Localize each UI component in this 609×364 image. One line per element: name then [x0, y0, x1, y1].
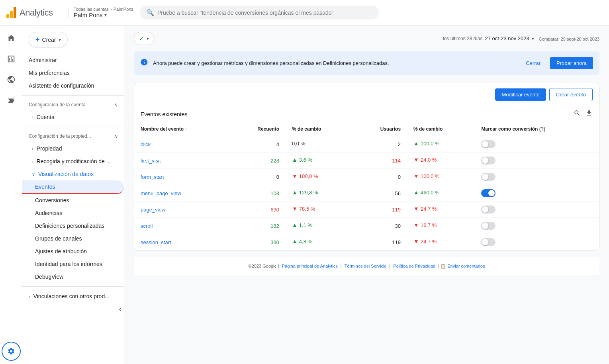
sidebar-sub-item-audiencias[interactable]: Audiencias [22, 207, 124, 219]
sidebar-sub-item-eventos[interactable]: Eventos [22, 180, 124, 194]
close-link[interactable]: Cerrar [526, 60, 540, 66]
filter-chip[interactable]: ✓ ▾ [134, 32, 154, 45]
sidebar-sub-label: DebugView [35, 274, 63, 280]
account-info[interactable]: Todas las cuentas › PalmPons Palm Pons ▾ [69, 7, 133, 18]
event-name-cell[interactable]: menu_page_view [134, 185, 230, 202]
pct-cambio-cell: ▼100,0 % [286, 169, 353, 183]
sort-icon: ↑ [185, 127, 187, 131]
breadcrumb: Todas las cuentas › PalmPons [74, 7, 133, 12]
conversion-toggle[interactable] [481, 173, 495, 181]
sidebar-section-property[interactable]: Configuración de la propied... ∧ [22, 130, 124, 142]
sidebar-sub-label: Audiencias [35, 210, 63, 216]
sidebar-sub-item-conversiones[interactable]: Conversiones [22, 194, 124, 207]
event-name-cell[interactable]: session_start [134, 234, 230, 250]
sidebar-section-account[interactable]: Configuración de la cuenta ∧ [22, 99, 124, 111]
u-pct-cambio-cell: ▲100,0 % [407, 136, 475, 151]
period-label: los últimos 28 días [443, 36, 482, 41]
date-range: 27 oct-23 nov 2023 [485, 35, 529, 41]
chevron-up-icon: ∧ [114, 133, 117, 139]
create-button[interactable]: + Crear ▾ [29, 32, 68, 47]
sidebar-sub-item-definiciones[interactable]: Definiciones personalizadas [22, 219, 124, 232]
sidebar-item-administrar[interactable]: Administrar [22, 54, 124, 67]
sidebar-item-label: Cuenta [37, 114, 55, 120]
pct-cambio-cell: 0,0 % [286, 137, 353, 151]
conversion-toggle-cell [475, 153, 599, 169]
sidebar-sub-item-grupos[interactable]: Grupos de canales [22, 232, 124, 245]
events-card-header: Modificar evento Crear evento [134, 83, 599, 106]
compare-label: Comparar: 29 sept-26 oct 2023 [539, 37, 599, 41]
sidebar-sub-item-ajustes[interactable]: Ajustes de atribución [22, 245, 124, 258]
sidebar-item-mis-preferencias[interactable]: Mis preferencias [22, 67, 124, 79]
conversion-toggle[interactable] [481, 189, 495, 197]
help-icon: (?) [539, 126, 545, 132]
table-row: session_start330▲4,8 %119▼24,7 % [134, 234, 599, 250]
sidebar-item-recogida[interactable]: › Recogida y modificación de ... [22, 155, 124, 168]
sidebar-sub-label: Eventos [35, 184, 55, 190]
event-name-cell[interactable]: form_start [134, 169, 230, 185]
sidebar-item-label: Vinculaciones con otros prod... [33, 293, 110, 299]
sidebar-item-visualizacion[interactable]: ∨ Visualización de datos [22, 168, 124, 180]
search-bar[interactable]: 🔍 [140, 6, 379, 20]
copyright: ©2023 Google [249, 264, 277, 268]
nav-reports[interactable] [2, 49, 21, 68]
date-info: los últimos 28 días 27 oct-23 nov 2023 ▾… [443, 35, 599, 41]
conversion-toggle-cell [475, 202, 599, 218]
footer-link-feedback[interactable]: 📋 Enviar comentarios [441, 264, 485, 268]
footer-link-terms[interactable]: Términos del Servicio [345, 264, 387, 268]
account-name[interactable]: Palm Pons ▾ [74, 12, 133, 18]
create-event-button[interactable]: Crear evento [549, 88, 593, 101]
recuento-cell: 228 [230, 153, 286, 169]
collapse-sidebar-button[interactable] [22, 303, 124, 316]
conversion-toggle[interactable] [481, 238, 495, 246]
col-event-name[interactable]: Nombre del evento ↑ [134, 122, 230, 136]
modify-event-button[interactable]: Modificar evento [495, 88, 546, 101]
event-name-cell[interactable]: scroll [134, 218, 230, 234]
arrow-icon: › [29, 294, 30, 299]
col-usuarios[interactable]: Usuarios [353, 122, 407, 136]
events-table: Nombre del evento ↑ Recuento % de cambio… [134, 122, 599, 250]
footer-link-privacy[interactable]: Política de Privacidad [393, 264, 435, 268]
download-icon[interactable] [586, 110, 593, 119]
event-name-cell[interactable]: click [134, 136, 230, 153]
sidebar-item-vinculaciones[interactable]: › Vinculaciones con otros prod... [22, 290, 124, 303]
nav-home[interactable] [2, 29, 21, 48]
col-recuento[interactable]: Recuento [230, 122, 286, 136]
sidebar-item-label: Propiedad [37, 145, 62, 152]
conversion-toggle[interactable] [481, 205, 495, 213]
pct-cambio-cell: ▲3,6 % [286, 153, 353, 167]
sidebar-item-cuenta[interactable]: › Cuenta [22, 111, 124, 123]
footer-link-analytics[interactable]: Página principal de Analytics [282, 264, 338, 268]
conversion-toggle[interactable] [481, 140, 495, 148]
sidebar-sub-item-identidad[interactable]: Identidad para los informes [22, 258, 124, 270]
info-text: Ahora puede crear y gestionar métricas y… [153, 60, 521, 66]
conversion-toggle[interactable] [481, 222, 495, 230]
event-name-cell[interactable]: first_visit [134, 153, 230, 169]
conversion-toggle-cell [475, 218, 599, 234]
pct-cambio-cell: ▲129,8 % [286, 185, 353, 200]
date-range-bar: ✓ ▾ los últimos 28 días 27 oct-23 nov 20… [134, 32, 599, 45]
chevron-down-icon: ▾ [147, 36, 149, 41]
sidebar-item-asistente[interactable]: Asistente de configuración [22, 79, 124, 92]
sidebar-sub-item-debugview[interactable]: DebugView [22, 270, 124, 283]
search-icon[interactable] [574, 110, 581, 119]
info-banner: Ahora puede crear y gestionar métricas y… [134, 51, 599, 75]
col-pct-cambio-1[interactable]: % de cambio [286, 122, 353, 136]
recuento-cell: 630 [230, 202, 286, 218]
try-now-button[interactable]: Probar ahora [550, 57, 593, 69]
sidebar-item-propiedad[interactable]: › Propiedad [22, 142, 124, 155]
search-icon: 🔍 [146, 9, 154, 16]
usuarios-cell: 114 [353, 153, 407, 169]
chevron-down-icon[interactable]: ▾ [532, 36, 534, 41]
top-header: Analytics Todas las cuentas › PalmPons P… [0, 0, 609, 25]
search-input[interactable] [157, 10, 372, 16]
nav-advertising[interactable] [2, 91, 21, 110]
event-name-cell[interactable]: page_view [134, 202, 230, 218]
table-action-icons [574, 110, 593, 119]
nav-explore[interactable] [2, 70, 21, 89]
conversion-toggle-cell [475, 234, 599, 250]
col-pct-cambio-2[interactable]: % de cambio [407, 122, 475, 136]
arrow-icon: › [32, 146, 33, 151]
settings-button[interactable] [2, 342, 21, 361]
sidebar-sub-label: Ajustes de atribución [35, 248, 87, 254]
conversion-toggle[interactable] [481, 157, 495, 164]
